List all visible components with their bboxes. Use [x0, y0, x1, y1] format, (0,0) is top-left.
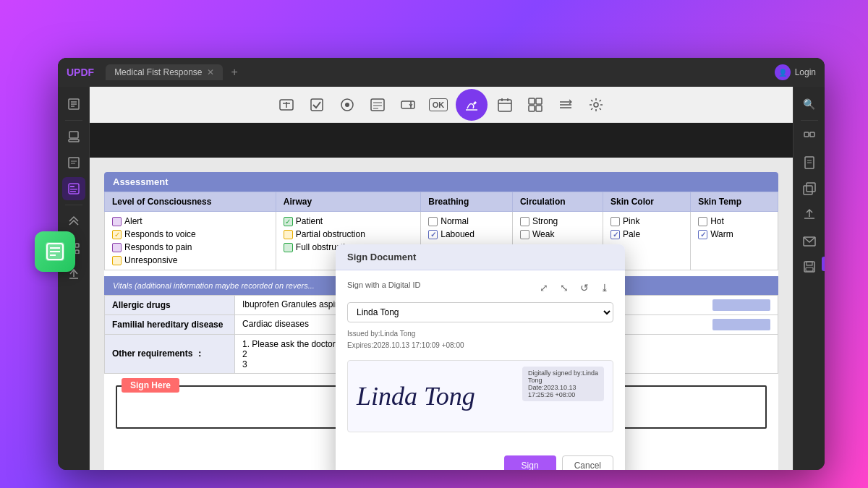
loc-unresponsive-row: Unresponsive [112, 254, 268, 267]
signature-text: Linda Tong [357, 381, 475, 411]
vitals-subtitle: (additional information maybe recorded o… [135, 281, 315, 290]
svg-rect-37 [536, 98, 542, 104]
airway-partial-row: Partial obstruction [284, 228, 413, 241]
right-search-icon[interactable]: 🔍 [798, 93, 821, 116]
col-header-airway: Airway [276, 192, 420, 212]
date-tool-button[interactable] [492, 92, 518, 118]
loc-unresponsive-label: Unresponsive [124, 255, 177, 265]
loc-responds-pain-checkbox[interactable] [112, 243, 122, 252]
toolbar: OK [90, 87, 793, 123]
properties-tool-button[interactable] [583, 92, 609, 118]
skin-pink-checkbox[interactable] [610, 217, 620, 226]
breathing-normal-label: Normal [441, 216, 469, 226]
sign-document-dialog: Sign Document Sign with a Digital ID ⤢ ⤡… [336, 244, 625, 470]
digital-id-select-row: Linda Tong [347, 302, 613, 322]
loc-alert-label: Alert [124, 216, 142, 226]
arrange-tool-button[interactable] [553, 92, 579, 118]
right-copy-icon[interactable] [798, 177, 821, 200]
svg-rect-16 [75, 250, 79, 254]
svg-rect-6 [69, 158, 79, 168]
cancel-button[interactable]: Cancel [562, 455, 613, 470]
loc-alert-row: Alert [112, 215, 268, 228]
breathing-laboued-checkbox[interactable] [428, 230, 438, 239]
left-sidebar [58, 87, 90, 470]
checkbox-tool-button[interactable] [304, 92, 330, 118]
sign-here-label: Sign Here [122, 378, 179, 393]
sidebar-stamp-icon[interactable] [62, 125, 85, 148]
sidebar-divider-2 [65, 205, 82, 205]
vitals-label-other: Other requirements ： [105, 335, 235, 374]
dialog-expand-button[interactable]: ⤢ [535, 279, 553, 296]
text-field-tool-button[interactable] [273, 92, 299, 118]
airway-partial-label: Partial obstruction [296, 229, 365, 239]
combo-box-tool-button[interactable] [395, 92, 421, 118]
skin-hot-row: Hot [698, 215, 770, 228]
svg-rect-11 [70, 189, 77, 190]
dialog-download-button[interactable]: ⤓ [596, 279, 613, 296]
loc-unresponsive-checkbox[interactable] [112, 256, 122, 265]
svg-rect-39 [536, 106, 542, 111]
svg-rect-12 [70, 191, 76, 192]
sidebar-convert-icon[interactable] [62, 210, 85, 233]
svg-rect-45 [810, 132, 814, 137]
right-upload-icon[interactable] [798, 203, 821, 226]
circulation-weak-checkbox[interactable] [520, 230, 529, 239]
col-header-loc: Level of Consciousness [105, 192, 276, 212]
right-sidebar: 🔍 [793, 87, 825, 470]
airway-full-checkbox[interactable] [284, 243, 293, 252]
skin-pale-label: Pale [623, 229, 640, 239]
loc-cell: Alert Responds to voice Responds to pain [105, 212, 276, 270]
svg-rect-32 [498, 100, 511, 111]
circulation-strong-row: Strong [520, 215, 595, 228]
radio-tool-button[interactable] [334, 92, 360, 118]
sidebar-divider-1 [65, 120, 82, 121]
right-scan-icon[interactable] [798, 125, 821, 148]
svg-rect-5 [69, 140, 79, 142]
right-divider-1 [801, 120, 818, 121]
login-button[interactable]: 👤 Login [775, 64, 816, 80]
airway-patient-checkbox[interactable] [284, 217, 293, 226]
grid-tool-button[interactable] [522, 92, 548, 118]
sidebar-forms-icon[interactable] [62, 177, 85, 200]
sidebar-edit-icon[interactable] [62, 151, 85, 174]
skin-pale-checkbox[interactable] [610, 230, 620, 239]
svg-rect-54 [806, 267, 813, 271]
sidebar-pages-icon[interactable] [62, 93, 85, 116]
dialog-section-title: Sign with a Digital ID [347, 281, 421, 289]
new-tab-button[interactable]: + [231, 66, 238, 79]
svg-rect-22 [311, 99, 323, 111]
skin-hot-checkbox[interactable] [698, 217, 707, 226]
list-box-tool-button[interactable] [365, 92, 391, 118]
sign-tool-button[interactable] [456, 89, 488, 121]
floating-app-icon[interactable] [35, 231, 75, 272]
sign-confirm-button[interactable]: Sign [504, 455, 556, 470]
loc-responds-pain-label: Responds to pain [124, 242, 192, 252]
dialog-section-row: Sign with a Digital ID ⤢ ⤡ ↺ ⤓ [347, 279, 613, 296]
svg-rect-36 [529, 98, 535, 104]
digital-id-select[interactable]: Linda Tong [347, 302, 613, 322]
stamp-line1: Digitally signed by:Linda [528, 369, 598, 377]
right-save-icon[interactable] [798, 255, 821, 278]
col-header-breathing: Breathing [421, 192, 513, 212]
loc-responds-voice-checkbox[interactable] [112, 230, 122, 239]
right-mail-icon[interactable] [798, 229, 821, 252]
breathing-normal-checkbox[interactable] [428, 217, 438, 226]
dialog-refresh-button[interactable]: ↺ [576, 279, 593, 296]
tab-title: Medical Fist Response [114, 67, 202, 77]
airway-partial-checkbox[interactable] [284, 230, 293, 239]
loc-alert-checkbox[interactable] [112, 217, 122, 226]
active-tab[interactable]: Medical Fist Response ✕ [106, 64, 222, 80]
right-page-icon[interactable] [798, 151, 821, 174]
svg-rect-25 [371, 99, 384, 111]
stamp-line4: 17:25:26 +08:00 [528, 391, 598, 398]
stamp-line3: Date:2023.10.13 [528, 384, 598, 391]
tab-close-button[interactable]: ✕ [207, 67, 214, 77]
main-layout: OK [58, 87, 825, 470]
dialog-shrink-button[interactable]: ⤡ [556, 279, 573, 296]
login-label: Login [795, 67, 816, 77]
skin-warm-checkbox[interactable] [698, 230, 707, 239]
col-header-skin-color: Skin Color [603, 192, 691, 212]
circulation-strong-checkbox[interactable] [520, 217, 529, 226]
ok-button-tool-button[interactable]: OK [425, 92, 451, 118]
app-logo: UPDF [67, 67, 94, 78]
